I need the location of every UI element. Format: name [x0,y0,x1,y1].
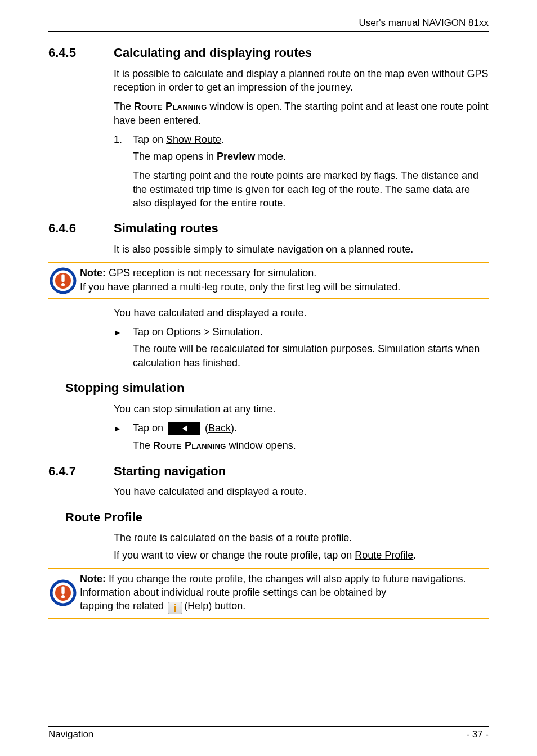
step-result: The map opens in Preview mode. [133,150,489,163]
note-block: Note: If you change the route profile, t… [48,568,489,619]
ui-link-show-route[interactable]: Show Route [166,134,221,145]
page-header: User's manual NAVIGON 81xx [48,17,489,32]
text: If you have planned a multi-leg route, o… [80,280,489,294]
ui-link-route-profile[interactable]: Route Profile [355,550,413,561]
help-button-icon[interactable] [167,601,181,613]
paragraph: The Route Planning window is open. The s… [114,100,489,127]
subheading-title: Stopping simulation [65,380,184,397]
note-text: Note: GPS reception is not necessary for… [80,264,489,297]
heading-title: Simulating routes [114,220,218,237]
bullet-marker: ► [114,325,133,339]
paragraph: The route is calculated on the basis of … [114,531,489,544]
subheading-route-profile: Route Profile [65,509,489,526]
paragraph: It is also possible simply to simulate n… [114,242,489,256]
heading-6-4-6: 6.4.6 Simulating routes [48,220,489,237]
text: If you change the route profile, the cha… [106,573,466,584]
text: ). [231,422,237,434]
header-right-text: User's manual NAVIGON 81xx [359,17,489,28]
paragraph: You have calculated and displayed a rout… [114,306,489,320]
step-number: 1. [114,133,133,146]
text: The [114,101,134,112]
back-button-icon[interactable] [168,422,200,435]
heading-number: 6.4.7 [48,463,114,480]
bullet-item: ► Tap on (Back). [114,421,489,435]
heading-title: Calculating and displaying routes [114,44,312,61]
bullet-body: Tap on Options > Simulation. [133,325,489,339]
text: tapping the related [80,600,167,611]
text: . [260,326,263,338]
bullet-result: The Route Planning window opens. [133,439,489,452]
mode-name: Preview [217,151,255,162]
ui-link-back[interactable]: Back [208,422,231,434]
step-body: Tap on Show Route. [133,133,489,146]
footer-left: Navigation [48,728,93,741]
subheading-title: Route Profile [65,509,142,526]
text: ( [202,422,208,434]
paragraph: You have calculated and displayed a rout… [114,485,489,498]
ui-link-options[interactable]: Options [166,326,201,338]
bullet-body: Tap on (Back). [133,421,489,435]
bullet-item: ► Tap on Options > Simulation. [114,325,489,339]
text: Tap on [133,326,166,338]
footer-right: - 37 - [466,728,489,741]
subheading-stopping-simulation: Stopping simulation [65,380,489,397]
text: . [413,550,416,561]
note-block: Note: GPS reception is not necessary for… [48,262,489,299]
svg-rect-6 [61,587,64,595]
window-name: Route Planning [153,440,226,451]
paragraph: It is possible to calculate and display … [114,67,489,94]
note-label: Note: [80,573,106,584]
paragraph: You can stop simulation at any time. [114,402,489,416]
bullet-result: The route will be recalculated for simul… [133,342,489,370]
text: > [201,326,213,338]
ui-link-help[interactable]: Help [187,600,208,611]
note-label: Note: [80,267,106,278]
text: The map opens in [133,151,217,162]
page-footer: Navigation - 37 - [48,726,489,741]
text: GPS reception is not necessary for simul… [106,267,316,278]
text: window opens. [226,440,296,451]
text: mode. [255,151,286,162]
note-text: Note: If you change the route profile, t… [80,570,489,616]
step-result: The starting point and the route points … [133,169,489,210]
text: Tap on [133,134,166,145]
step-1: 1. Tap on Show Route. [114,133,489,146]
bullet-marker: ► [114,421,133,435]
text: Information about individual route profi… [80,586,489,599]
text: If you want to view or change the route … [114,550,355,561]
heading-number: 6.4.6 [48,220,114,237]
heading-6-4-7: 6.4.7 Starting navigation [48,463,489,480]
paragraph: If you want to view or change the route … [114,548,489,562]
heading-number: 6.4.5 [48,44,114,61]
text: Tap on [133,422,166,434]
svg-rect-2 [61,274,64,282]
alert-icon [48,267,80,294]
text: ) button. [208,600,245,611]
text: . [221,134,224,145]
alert-icon [48,579,80,606]
ui-link-simulation[interactable]: Simulation [213,326,260,338]
svg-point-7 [61,595,65,598]
heading-6-4-5: 6.4.5 Calculating and displaying routes [48,44,489,61]
window-name: Route Planning [134,101,207,112]
text: The [133,440,153,451]
heading-title: Starting navigation [114,463,226,480]
svg-point-3 [61,283,65,286]
